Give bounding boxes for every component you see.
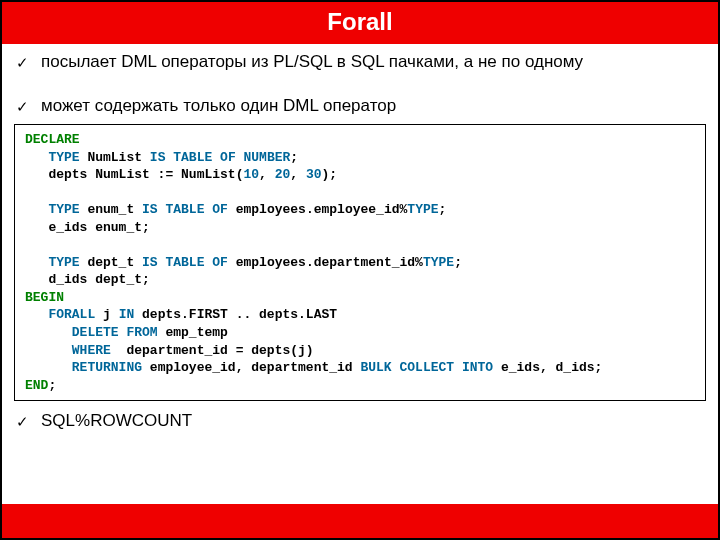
code-text: emp_temp <box>158 325 228 340</box>
code-text <box>392 360 400 375</box>
code-text <box>212 150 220 165</box>
footer-bar <box>2 504 718 538</box>
code-kw: OF <box>220 150 236 165</box>
code-text: department_id = depts(j) <box>111 343 314 358</box>
code-text: ; <box>439 202 447 217</box>
code-num: 20 <box>275 167 291 182</box>
bullet-2: ✓ может содержать только один DML операт… <box>2 84 718 124</box>
code-kw: BULK <box>360 360 391 375</box>
code-kw: IS <box>142 202 158 217</box>
code-kw: OF <box>212 202 228 217</box>
code-kw: BEGIN <box>25 290 64 305</box>
code-text: employees.employee_id% <box>228 202 407 217</box>
code-block: DECLARE TYPE NumList IS TABLE OF NUMBER;… <box>14 124 706 401</box>
code-text: depts.FIRST .. depts.LAST <box>134 307 337 322</box>
bullet-1: ✓ посылает DML операторы из PL/SQL в SQL… <box>2 48 718 84</box>
check-icon: ✓ <box>16 96 29 118</box>
code-text: depts NumList := NumList( <box>25 167 243 182</box>
code-text: j <box>95 307 118 322</box>
code-text: NumList <box>80 150 150 165</box>
code-text: ; <box>290 150 298 165</box>
bullet-3-text: SQL%ROWCOUNT <box>41 411 192 431</box>
code-kw: DELETE <box>25 325 119 340</box>
code-kw: FORALL <box>25 307 95 322</box>
code-kw: TYPE <box>407 202 438 217</box>
code-kw: TYPE <box>423 255 454 270</box>
code-kw: RETURNING <box>25 360 142 375</box>
bullet-3: ✓ SQL%ROWCOUNT <box>2 409 718 443</box>
code-kw: DECLARE <box>25 132 80 147</box>
code-text: employees.department_id% <box>228 255 423 270</box>
code-kw: OF <box>212 255 228 270</box>
code-kw: TABLE <box>165 255 204 270</box>
code-text: ; <box>454 255 462 270</box>
code-kw: END <box>25 378 48 393</box>
code-text: employee_id, department_id <box>142 360 360 375</box>
code-text: ); <box>321 167 337 182</box>
code-text: ; <box>48 378 56 393</box>
code-kw: TYPE <box>25 255 80 270</box>
code-kw: TYPE <box>25 150 80 165</box>
code-text: d_ids dept_t; <box>25 272 150 287</box>
code-num: 30 <box>306 167 322 182</box>
bullet-2-text: может содержать только один DML оператор <box>41 96 396 116</box>
code-kw: COLLECT <box>400 360 455 375</box>
code-text: e_ids enum_t; <box>25 220 150 235</box>
code-text: e_ids, d_ids; <box>493 360 602 375</box>
code-kw: TYPE <box>25 202 80 217</box>
code-kw: INTO <box>462 360 493 375</box>
code-kw: NUMBER <box>244 150 291 165</box>
bullet-1-text: посылает DML операторы из PL/SQL в SQL п… <box>41 52 583 72</box>
code-kw: IN <box>119 307 135 322</box>
code-kw: FROM <box>126 325 157 340</box>
code-kw: TABLE <box>165 202 204 217</box>
code-text: enum_t <box>80 202 142 217</box>
code-kw: IS <box>150 150 166 165</box>
code-kw: IS <box>142 255 158 270</box>
code-text: dept_t <box>80 255 142 270</box>
code-text: , <box>290 167 306 182</box>
code-text: , <box>259 167 275 182</box>
slide-title: Forall <box>2 2 718 44</box>
code-num: 10 <box>243 167 259 182</box>
code-text <box>236 150 244 165</box>
check-icon: ✓ <box>16 52 29 74</box>
code-text <box>454 360 462 375</box>
code-kw: WHERE <box>25 343 111 358</box>
slide-body: ✓ посылает DML операторы из PL/SQL в SQL… <box>2 44 718 443</box>
check-icon: ✓ <box>16 411 29 433</box>
code-kw: TABLE <box>173 150 212 165</box>
